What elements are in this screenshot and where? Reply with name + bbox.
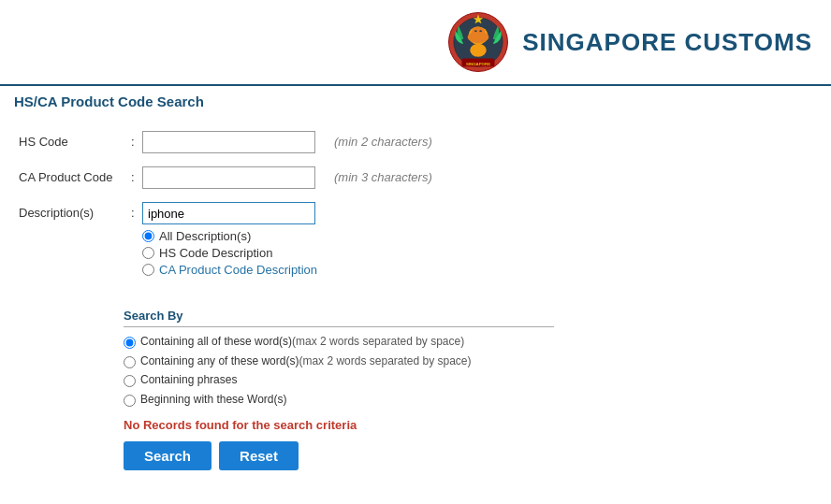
search-by-section: Search By Containing all of these word(s… (124, 309, 831, 407)
description-input-area: All Description(s) HS Code Description C… (142, 202, 317, 277)
hs-code-description-radio[interactable] (142, 247, 154, 259)
all-descriptions-option[interactable]: All Description(s) (142, 229, 317, 243)
logo-area: SINGAPORE SINGAPORE CUSTOMS (445, 9, 812, 75)
ca-product-description-radio[interactable] (142, 264, 154, 276)
search-button[interactable]: Search (124, 441, 211, 470)
description-colon: : (131, 202, 142, 220)
ca-product-description-label: CA Product Code Description (159, 263, 317, 277)
svg-text:SINGAPORE: SINGAPORE (466, 62, 490, 66)
beginning-with-radio[interactable] (124, 395, 136, 407)
svg-point-7 (470, 44, 487, 57)
description-row: Description(s) : All Description(s) HS C… (19, 202, 812, 277)
svg-point-6 (468, 32, 489, 43)
form-area: HS Code : (min 2 characters) CA Product … (0, 117, 831, 299)
search-by-title: Search By (124, 309, 554, 327)
hs-code-row: HS Code : (min 2 characters) (19, 131, 812, 153)
hs-code-input[interactable] (142, 131, 315, 153)
page-title-bar: HS/CA Product Code Search (0, 84, 831, 117)
hs-code-colon: : (131, 131, 142, 149)
containing-all-words-option[interactable]: Containing all of these word(s)(max 2 wo… (124, 335, 831, 350)
description-label: Description(s) (19, 202, 131, 220)
ca-product-description-option[interactable]: CA Product Code Description (142, 263, 317, 277)
beginning-with-label: Beginning with these Word(s) (140, 393, 287, 408)
hs-code-hint: (min 2 characters) (334, 131, 432, 149)
hs-code-label: HS Code (19, 131, 131, 149)
containing-any-words-label: Containing any of these word(s)(max 2 wo… (140, 354, 472, 369)
containing-phrases-radio[interactable] (124, 375, 136, 387)
all-descriptions-radio[interactable] (142, 230, 154, 242)
hs-code-description-option[interactable]: HS Code Description (142, 246, 317, 260)
ca-product-code-input[interactable] (142, 166, 315, 189)
containing-phrases-label: Containing phrases (140, 373, 237, 388)
containing-phrases-option[interactable]: Containing phrases (124, 373, 831, 388)
logo-emblem: SINGAPORE (445, 9, 511, 75)
containing-any-words-option[interactable]: Containing any of these word(s)(max 2 wo… (124, 354, 831, 369)
ca-product-code-colon: : (131, 166, 142, 184)
ca-product-code-hint: (min 3 characters) (334, 166, 432, 184)
error-message: No Records found for the search criteria (124, 418, 831, 432)
logo-text: SINGAPORE CUSTOMS (522, 28, 812, 57)
description-input[interactable] (142, 202, 315, 224)
reset-button[interactable]: Reset (219, 441, 299, 470)
containing-all-words-radio[interactable] (124, 337, 136, 349)
header: SINGAPORE SINGAPORE CUSTOMS (0, 0, 831, 84)
page-title: HS/CA Product Code Search (14, 94, 204, 109)
beginning-with-option[interactable]: Beginning with these Word(s) (124, 393, 831, 408)
ca-product-code-row: CA Product Code : (min 3 characters) (19, 166, 812, 189)
containing-any-words-radio[interactable] (124, 356, 136, 368)
containing-all-words-label: Containing all of these word(s)(max 2 wo… (140, 335, 464, 350)
all-descriptions-label: All Description(s) (159, 229, 251, 243)
description-type-options: All Description(s) HS Code Description C… (142, 229, 317, 277)
hs-code-description-label: HS Code Description (159, 246, 272, 260)
search-by-options: Containing all of these word(s)(max 2 wo… (124, 335, 831, 407)
ca-product-code-label: CA Product Code (19, 166, 131, 184)
buttons-row: Search Reset (124, 441, 831, 470)
